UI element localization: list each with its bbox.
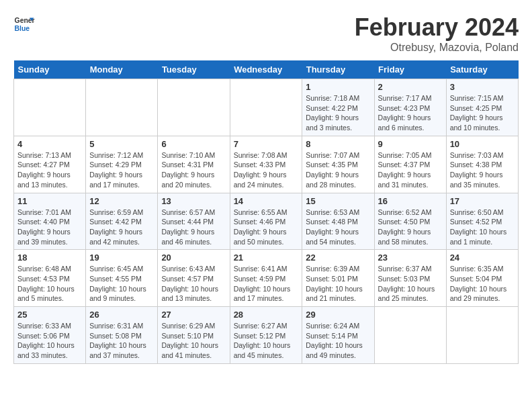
calendar-cell: 7Sunrise: 7:08 AM Sunset: 4:33 PM Daylig…: [230, 136, 302, 193]
calendar-cell: 4Sunrise: 7:13 AM Sunset: 4:27 PM Daylig…: [14, 136, 86, 193]
calendar-cell: 9Sunrise: 7:05 AM Sunset: 4:37 PM Daylig…: [374, 136, 446, 193]
day-detail: Sunrise: 7:18 AM Sunset: 4:22 PM Dayligh…: [306, 93, 370, 133]
day-number: 9: [378, 139, 443, 149]
col-monday: Monday: [86, 60, 158, 79]
day-number: 24: [450, 253, 515, 263]
day-detail: Sunrise: 6:24 AM Sunset: 5:14 PM Dayligh…: [306, 321, 370, 361]
day-number: 23: [378, 253, 443, 263]
day-number: 14: [234, 196, 299, 206]
col-saturday: Saturday: [446, 60, 518, 79]
day-detail: Sunrise: 6:43 AM Sunset: 4:57 PM Dayligh…: [161, 264, 226, 304]
day-number: 13: [161, 196, 226, 206]
calendar-table: Sunday Monday Tuesday Wednesday Thursday…: [13, 60, 519, 364]
day-number: 22: [306, 253, 370, 263]
day-number: 28: [234, 310, 299, 320]
calendar-cell: 18Sunrise: 6:48 AM Sunset: 4:53 PM Dayli…: [14, 250, 86, 307]
calendar-cell: [14, 79, 86, 136]
calendar-cell: [230, 79, 302, 136]
day-number: 29: [306, 310, 370, 320]
calendar-cell: 20Sunrise: 6:43 AM Sunset: 4:57 PM Dayli…: [158, 250, 230, 307]
calendar-cell: 3Sunrise: 7:15 AM Sunset: 4:25 PM Daylig…: [446, 79, 518, 136]
calendar-cell: 29Sunrise: 6:24 AM Sunset: 5:14 PM Dayli…: [302, 307, 374, 364]
title-area: February 2024 Otrebusy, Mazovia, Poland: [355, 13, 519, 54]
day-detail: Sunrise: 7:12 AM Sunset: 4:29 PM Dayligh…: [89, 150, 154, 190]
day-number: 21: [234, 253, 299, 263]
calendar-cell: [374, 307, 446, 364]
day-detail: Sunrise: 6:52 AM Sunset: 4:50 PM Dayligh…: [378, 208, 443, 247]
day-number: 5: [89, 139, 154, 149]
calendar-cell: 15Sunrise: 6:53 AM Sunset: 4:48 PM Dayli…: [302, 193, 374, 250]
calendar-cell: 1Sunrise: 7:18 AM Sunset: 4:22 PM Daylig…: [302, 79, 374, 136]
subtitle: Otrebusy, Mazovia, Poland: [355, 42, 519, 54]
day-detail: Sunrise: 6:29 AM Sunset: 5:10 PM Dayligh…: [161, 321, 226, 361]
calendar-cell: [446, 307, 518, 364]
calendar-week-row: 4Sunrise: 7:13 AM Sunset: 4:27 PM Daylig…: [14, 136, 519, 193]
calendar-week-row: 25Sunrise: 6:33 AM Sunset: 5:06 PM Dayli…: [14, 307, 519, 364]
day-number: 10: [450, 139, 515, 149]
day-number: 19: [89, 253, 154, 263]
col-tuesday: Tuesday: [158, 60, 230, 79]
day-number: 12: [89, 196, 154, 206]
calendar-cell: 24Sunrise: 6:35 AM Sunset: 5:04 PM Dayli…: [446, 250, 518, 307]
svg-text:Blue: Blue: [15, 25, 30, 32]
col-friday: Friday: [374, 60, 446, 79]
day-number: 1: [306, 82, 370, 92]
day-detail: Sunrise: 7:07 AM Sunset: 4:35 PM Dayligh…: [306, 150, 370, 190]
day-detail: Sunrise: 6:53 AM Sunset: 4:48 PM Dayligh…: [306, 208, 370, 247]
calendar-cell: 21Sunrise: 6:41 AM Sunset: 4:59 PM Dayli…: [230, 250, 302, 307]
day-detail: Sunrise: 6:45 AM Sunset: 4:55 PM Dayligh…: [89, 264, 154, 304]
calendar-cell: 28Sunrise: 6:27 AM Sunset: 5:12 PM Dayli…: [230, 307, 302, 364]
calendar-cell: [158, 79, 230, 136]
day-detail: Sunrise: 7:10 AM Sunset: 4:31 PM Dayligh…: [161, 150, 226, 190]
logo: General Blue: [13, 13, 35, 35]
calendar-cell: 6Sunrise: 7:10 AM Sunset: 4:31 PM Daylig…: [158, 136, 230, 193]
calendar-week-row: 11Sunrise: 7:01 AM Sunset: 4:40 PM Dayli…: [14, 193, 519, 250]
day-detail: Sunrise: 6:31 AM Sunset: 5:08 PM Dayligh…: [89, 321, 154, 361]
day-detail: Sunrise: 7:15 AM Sunset: 4:25 PM Dayligh…: [450, 93, 515, 133]
calendar-cell: 13Sunrise: 6:57 AM Sunset: 4:44 PM Dayli…: [158, 193, 230, 250]
day-detail: Sunrise: 6:33 AM Sunset: 5:06 PM Dayligh…: [17, 321, 82, 361]
calendar-cell: 25Sunrise: 6:33 AM Sunset: 5:06 PM Dayli…: [14, 307, 86, 364]
col-thursday: Thursday: [302, 60, 374, 79]
calendar-cell: 26Sunrise: 6:31 AM Sunset: 5:08 PM Dayli…: [86, 307, 158, 364]
day-detail: Sunrise: 7:05 AM Sunset: 4:37 PM Dayligh…: [378, 150, 443, 190]
day-number: 11: [17, 196, 82, 206]
day-number: 18: [17, 253, 82, 263]
day-number: 17: [450, 196, 515, 206]
calendar-cell: 22Sunrise: 6:39 AM Sunset: 5:01 PM Dayli…: [302, 250, 374, 307]
calendar-cell: 23Sunrise: 6:37 AM Sunset: 5:03 PM Dayli…: [374, 250, 446, 307]
day-number: 6: [161, 139, 226, 149]
day-number: 2: [378, 82, 443, 92]
day-number: 7: [234, 139, 299, 149]
day-number: 16: [378, 196, 443, 206]
day-number: 25: [17, 310, 82, 320]
calendar-cell: 19Sunrise: 6:45 AM Sunset: 4:55 PM Dayli…: [86, 250, 158, 307]
col-wednesday: Wednesday: [230, 60, 302, 79]
day-detail: Sunrise: 6:50 AM Sunset: 4:52 PM Dayligh…: [450, 208, 515, 247]
calendar-cell: 17Sunrise: 6:50 AM Sunset: 4:52 PM Dayli…: [446, 193, 518, 250]
calendar-cell: 27Sunrise: 6:29 AM Sunset: 5:10 PM Dayli…: [158, 307, 230, 364]
calendar-cell: 11Sunrise: 7:01 AM Sunset: 4:40 PM Dayli…: [14, 193, 86, 250]
logo-icon: General Blue: [13, 13, 35, 35]
calendar-week-row: 18Sunrise: 6:48 AM Sunset: 4:53 PM Dayli…: [14, 250, 519, 307]
day-detail: Sunrise: 7:03 AM Sunset: 4:38 PM Dayligh…: [450, 150, 515, 190]
day-detail: Sunrise: 6:37 AM Sunset: 5:03 PM Dayligh…: [378, 264, 443, 304]
calendar-cell: 12Sunrise: 6:59 AM Sunset: 4:42 PM Dayli…: [86, 193, 158, 250]
day-detail: Sunrise: 6:27 AM Sunset: 5:12 PM Dayligh…: [234, 321, 299, 361]
main-title: February 2024: [355, 13, 519, 42]
day-number: 4: [17, 139, 82, 149]
day-detail: Sunrise: 6:59 AM Sunset: 4:42 PM Dayligh…: [89, 208, 154, 247]
day-detail: Sunrise: 7:17 AM Sunset: 4:23 PM Dayligh…: [378, 93, 443, 133]
day-detail: Sunrise: 6:35 AM Sunset: 5:04 PM Dayligh…: [450, 264, 515, 304]
day-detail: Sunrise: 6:39 AM Sunset: 5:01 PM Dayligh…: [306, 264, 370, 304]
calendar-cell: [86, 79, 158, 136]
day-number: 8: [306, 139, 370, 149]
day-detail: Sunrise: 6:55 AM Sunset: 4:46 PM Dayligh…: [234, 208, 299, 247]
day-number: 27: [161, 310, 226, 320]
header: General Blue February 2024 Otrebusy, Maz…: [13, 13, 519, 54]
calendar-cell: 10Sunrise: 7:03 AM Sunset: 4:38 PM Dayli…: [446, 136, 518, 193]
calendar-cell: 5Sunrise: 7:12 AM Sunset: 4:29 PM Daylig…: [86, 136, 158, 193]
calendar-cell: 16Sunrise: 6:52 AM Sunset: 4:50 PM Dayli…: [374, 193, 446, 250]
calendar-body: 1Sunrise: 7:18 AM Sunset: 4:22 PM Daylig…: [14, 79, 519, 364]
calendar-cell: 14Sunrise: 6:55 AM Sunset: 4:46 PM Dayli…: [230, 193, 302, 250]
